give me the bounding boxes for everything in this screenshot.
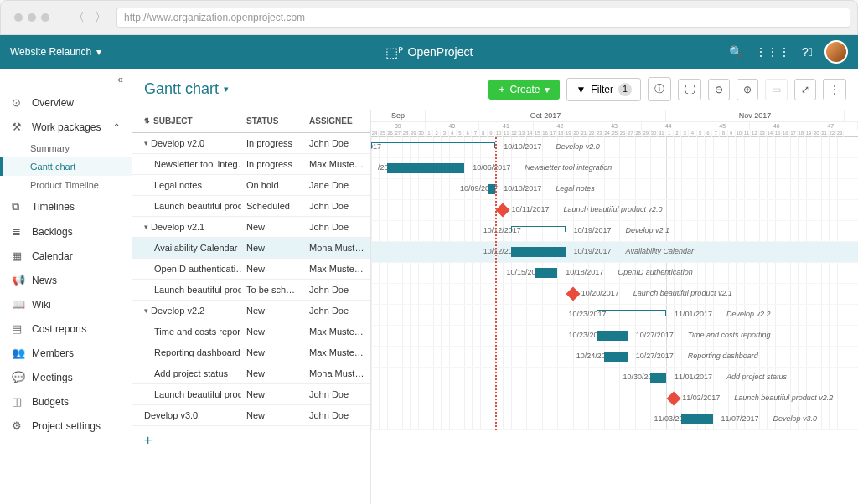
gantt-row[interactable]: 10/12/201710/19/2017Availability Calenda… bbox=[371, 242, 858, 263]
zoom-in-button[interactable]: ⊕ bbox=[737, 79, 758, 100]
table-row[interactable]: OpenID authenticati…NewMax Mustermann bbox=[132, 259, 370, 280]
day-header: 26 bbox=[387, 130, 395, 137]
forward-icon[interactable]: 〉 bbox=[91, 10, 110, 25]
table-row[interactable]: Reporting dashboardNewMax Mustermann bbox=[132, 342, 370, 363]
page-title[interactable]: Gantt chart ▾ bbox=[144, 80, 229, 98]
col-subject[interactable]: ⇅SUBJECT bbox=[132, 110, 241, 132]
table-row[interactable]: Launch beautiful produc…To be scheduledJ… bbox=[132, 280, 370, 301]
summary-bar[interactable] bbox=[511, 226, 566, 227]
gantt-row[interactable]: /201710/06/2017Newsletter tool integrati… bbox=[371, 158, 858, 179]
week-header: 44 bbox=[642, 122, 696, 130]
gantt-row[interactable]: 10/11/2017Launch beautiful product v2.0 bbox=[371, 200, 858, 221]
table-row[interactable]: Availability CalendarNewMona Musterfrau bbox=[132, 238, 370, 259]
table-row[interactable]: Launch beautiful produc…ScheduledJohn Do… bbox=[132, 196, 370, 217]
sidebar-item-timelines[interactable]: ⧉Timelines bbox=[0, 194, 132, 219]
collapse-sidebar-icon[interactable]: « bbox=[0, 69, 132, 90]
close-dot[interactable] bbox=[14, 13, 23, 22]
milestone-diamond[interactable] bbox=[667, 392, 681, 406]
caret-down-icon[interactable]: ▾ bbox=[144, 223, 148, 231]
task-bar[interactable] bbox=[387, 163, 465, 173]
expand-button[interactable]: ⤢ bbox=[794, 79, 816, 100]
zen-button[interactable]: ▭ bbox=[765, 79, 788, 100]
table-row[interactable]: Develop v3.0NewJohn Doe bbox=[132, 405, 370, 426]
create-button[interactable]: + Create ▾ bbox=[488, 80, 560, 100]
assignee-text: John Doe bbox=[304, 222, 370, 232]
col-status[interactable]: STATUS bbox=[241, 110, 304, 132]
gantt-row[interactable]: 10/30/201711/01/2017Add project status bbox=[371, 368, 858, 388]
caret-down-icon[interactable]: ▾ bbox=[144, 139, 148, 147]
gantt-row[interactable]: 10/09/201710/10/2017Legal notes bbox=[371, 179, 858, 200]
gantt-row[interactable]: 10/24/201710/27/2017Reporting dashboard bbox=[371, 347, 858, 368]
table-row[interactable]: Time and costs repor…NewMax Mustermann bbox=[132, 321, 370, 342]
sidebar-item-overview[interactable]: ⊙Overview bbox=[0, 90, 132, 115]
more-button[interactable]: ⋮ bbox=[823, 79, 846, 100]
help-icon[interactable]: ?⃝ bbox=[802, 45, 813, 59]
summary-bar[interactable] bbox=[597, 310, 666, 311]
gantt-row[interactable]: 10/12/201710/19/2017Develop v2.1 bbox=[371, 221, 858, 242]
table-row[interactable]: Legal notesOn holdJane Doe bbox=[132, 175, 370, 196]
max-dot[interactable] bbox=[41, 13, 49, 22]
day-header: 9 bbox=[728, 130, 736, 137]
gantt-row[interactable]: 10/15/201710/18/2017OpenID authenticatio… bbox=[371, 263, 858, 284]
gantt-row[interactable]: 11/02/2017Launch beautiful product v2.2 bbox=[371, 388, 858, 409]
task-bar[interactable] bbox=[488, 184, 495, 194]
sidebar-item-budgets[interactable]: ◫Budgets bbox=[0, 389, 132, 414]
subject-text: OpenID authenticati… bbox=[154, 264, 241, 274]
avatar[interactable] bbox=[824, 40, 848, 64]
gantt-row[interactable]: /201710/10/2017Develop v2.0 bbox=[371, 137, 858, 158]
day-header: 6 bbox=[464, 130, 472, 137]
sidebar-item-cost-reports[interactable]: ▤Cost reports bbox=[0, 316, 132, 341]
gantt-row[interactable]: 10/23/201711/01/2017Develop v2.2 bbox=[371, 305, 858, 326]
table-row[interactable]: ▾Develop v2.1NewJohn Doe bbox=[132, 217, 370, 238]
min-dot[interactable] bbox=[28, 13, 36, 22]
task-bar[interactable] bbox=[604, 352, 628, 362]
milestone-diamond[interactable] bbox=[496, 203, 510, 218]
brand-logo[interactable]: ⬚ᴾ OpenProject bbox=[385, 44, 473, 60]
apps-icon[interactable]: ⋮⋮⋮ bbox=[755, 45, 790, 59]
task-bar[interactable] bbox=[535, 268, 558, 278]
task-bar[interactable] bbox=[650, 373, 666, 383]
sidebar-item-members[interactable]: 👥Members bbox=[0, 341, 132, 365]
table-row[interactable]: Launch beautiful produc…NewJohn Doe bbox=[132, 384, 370, 405]
gantt-row[interactable]: 10/23/201710/27/2017Time and costs repor… bbox=[371, 326, 858, 347]
sidebar-item-meetings[interactable]: 💬Meetings bbox=[0, 365, 132, 389]
add-row-button[interactable]: + bbox=[132, 426, 370, 455]
day-header: 5 bbox=[457, 130, 464, 137]
task-bar[interactable] bbox=[597, 331, 628, 341]
task-label: Launch beautiful product v2.2 bbox=[734, 393, 833, 402]
filter-button[interactable]: ▼ Filter 1 bbox=[566, 78, 641, 101]
milestone-diamond[interactable] bbox=[566, 287, 580, 301]
week-header: 39 bbox=[371, 122, 426, 130]
sidebar-item-work-packages[interactable]: ⚒Work packages⌃ bbox=[0, 115, 132, 139]
summary-bar[interactable] bbox=[371, 142, 495, 143]
sidebar-sub-product-timeline[interactable]: Product Timeline bbox=[0, 176, 132, 194]
sidebar-item-wiki[interactable]: 📖Wiki bbox=[0, 292, 132, 316]
zoom-out-button[interactable]: ⊖ bbox=[708, 79, 730, 100]
fullscreen-button[interactable]: ⛶ bbox=[678, 79, 701, 100]
table-row[interactable]: ▾Develop v2.2NewJohn Doe bbox=[132, 301, 370, 321]
search-icon[interactable]: 🔍 bbox=[729, 45, 743, 59]
task-bar[interactable] bbox=[511, 247, 566, 257]
caret-down-icon[interactable]: ▾ bbox=[144, 306, 148, 315]
url-bar[interactable]: http://www.organization.openproject.com bbox=[116, 8, 850, 28]
col-assignee[interactable]: ASSIGNEE bbox=[304, 110, 370, 132]
gantt-pane[interactable]: SepOct 2017Nov 2017394041424344454647242… bbox=[371, 110, 858, 504]
gantt-row[interactable]: 11/03/201711/07/2017Develop v3.0 bbox=[371, 409, 858, 430]
back-icon[interactable]: 〈 bbox=[70, 10, 88, 25]
sidebar-sub-gantt-chart[interactable]: Gantt chart bbox=[0, 157, 132, 176]
table-row[interactable]: Newsletter tool integ…In progressMax Mus… bbox=[132, 154, 370, 175]
gantt-row[interactable]: 10/20/2017Launch beautiful product v2.1 bbox=[371, 284, 858, 305]
task-bar[interactable] bbox=[681, 414, 712, 424]
day-header: 27 bbox=[395, 130, 402, 137]
sidebar-item-backlogs[interactable]: ≣Backlogs bbox=[0, 219, 132, 244]
table-row[interactable]: ▾Develop v2.0In progressJohn Doe bbox=[132, 133, 370, 154]
assignee-text: Jane Doe bbox=[304, 180, 370, 190]
table-row[interactable]: Add project statusNewMona Musterfrau bbox=[132, 363, 370, 384]
sidebar-sub-summary[interactable]: Summary bbox=[0, 139, 132, 157]
sidebar-item-news[interactable]: 📢News bbox=[0, 268, 132, 292]
sidebar-item-project-settings[interactable]: ⚙Project settings bbox=[0, 414, 132, 438]
info-button[interactable]: ⓘ bbox=[648, 77, 671, 101]
sidebar-item-calendar[interactable]: ▦Calendar bbox=[0, 244, 132, 268]
project-selector[interactable]: Website Relaunch ▾ bbox=[10, 46, 101, 58]
day-header: 25 bbox=[612, 130, 619, 137]
